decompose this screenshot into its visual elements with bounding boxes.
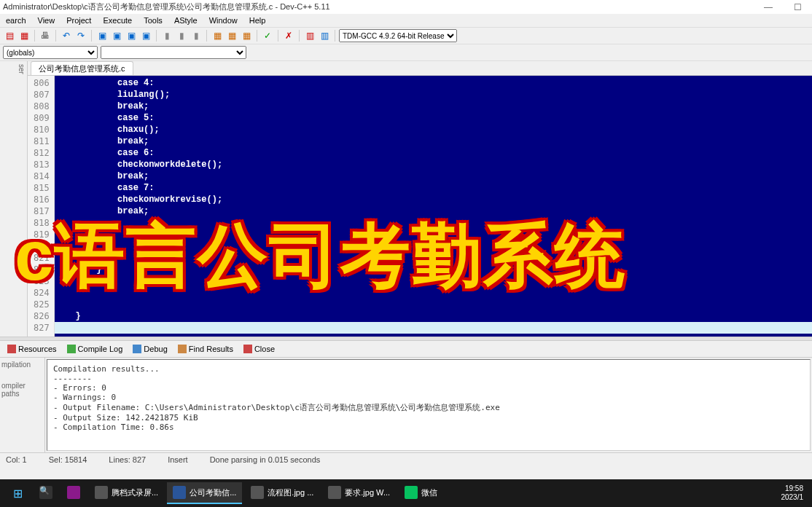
tab-label: 公司考勤信息管理系统.c: [39, 64, 125, 73]
close-icon: [243, 345, 252, 353]
overlay-title: c语言公司考勤系统: [15, 210, 805, 304]
task-item-requirements[interactable]: 要求.jpg W...: [322, 482, 396, 504]
tray-time: 19:58: [781, 484, 803, 493]
maximize-button[interactable]: ☐: [783, 0, 812, 15]
task-item-wechat[interactable]: 微信: [399, 482, 443, 504]
wechat-icon: [405, 486, 418, 499]
menu-help[interactable]: Help: [246, 15, 269, 25]
search-icon: 🔍: [39, 486, 52, 499]
tray-date: 2023/1: [781, 493, 803, 502]
task-item-devcpp[interactable]: 公司考勤信...: [167, 482, 242, 504]
status-sel: Sel: 15814: [49, 455, 87, 464]
check-icon[interactable]: ✓: [261, 29, 274, 42]
window-controls: — ☐: [754, 0, 812, 15]
window3-icon[interactable]: ▦: [240, 29, 253, 42]
separator: [299, 30, 300, 42]
separator: [55, 30, 56, 42]
compiler-paths-label: ompiler paths: [1, 382, 43, 398]
debug-icon: [133, 345, 141, 353]
menu-window[interactable]: Window: [206, 15, 241, 25]
redo-icon[interactable]: ↷: [74, 29, 87, 42]
find-icon: [178, 345, 187, 353]
menu-astyle[interactable]: AStyle: [171, 15, 200, 25]
minimize-button[interactable]: —: [754, 0, 783, 15]
separator: [257, 30, 257, 42]
compiler-select[interactable]: TDM-GCC 4.9.2 64-bit Release: [339, 29, 457, 42]
menu-view[interactable]: View: [35, 15, 58, 25]
undo-icon[interactable]: ↶: [60, 29, 73, 42]
separator: [335, 30, 335, 42]
window2-icon[interactable]: ▦: [225, 29, 238, 42]
resources-icon: [7, 345, 16, 353]
status-insert: Insert: [168, 455, 188, 464]
system-tray[interactable]: 19:58 2023/1: [781, 484, 808, 502]
menu-search[interactable]: earch: [3, 15, 29, 25]
scope-select[interactable]: (globals): [3, 46, 98, 59]
member-select[interactable]: [101, 46, 246, 59]
save-icon[interactable]: ▤: [3, 29, 16, 42]
separator: [206, 30, 207, 42]
chart-icon[interactable]: ▥: [303, 29, 316, 42]
separator: [91, 30, 92, 42]
status-parsing: Done parsing in 0.015 seconds: [210, 455, 321, 464]
compile-log-icon: [67, 345, 76, 353]
title-bar: Administrator\Desktop\c语言公司考勤信息管理系统\公司考勤…: [0, 0, 812, 14]
task-item-recorder[interactable]: 腾档式录屏...: [89, 482, 164, 504]
tab-resources[interactable]: Resources: [3, 343, 61, 355]
start-button[interactable]: ⊞: [4, 482, 31, 504]
step-icon[interactable]: ▮: [190, 29, 203, 42]
compile-icon[interactable]: ▣: [95, 29, 109, 42]
delete-icon[interactable]: ✗: [282, 29, 295, 42]
bottom-panel: mpilation ompiler paths Compilation resu…: [0, 358, 812, 452]
compile-log-output[interactable]: Compilation results... -------- - Errors…: [47, 359, 811, 451]
devcpp-icon: [173, 486, 186, 499]
recorder-icon: [95, 486, 108, 499]
task-search[interactable]: 🔍: [34, 482, 58, 504]
app-icon: [67, 486, 80, 499]
toolbar: ▤ ▦ 🖶 ↶ ↷ ▣ ▣ ▣ ▣ ▮ ▮ ▮ ▦ ▦ ▦ ✓ ✗ ▥ ▥ TD…: [0, 28, 812, 44]
bottom-tabs: Resources Compile Log Debug Find Results…: [0, 341, 812, 358]
left-panel-label: ser: [17, 64, 26, 74]
tab-find-results[interactable]: Find Results: [173, 343, 238, 355]
stop-icon[interactable]: ▮: [175, 29, 188, 42]
image-icon: [328, 486, 341, 499]
status-lines: Lines: 827: [109, 455, 146, 464]
compilation-label: mpilation: [1, 361, 43, 369]
scope-row: (globals): [0, 44, 812, 61]
tab-compile-log[interactable]: Compile Log: [63, 343, 128, 355]
window-icon[interactable]: ▦: [211, 29, 224, 42]
separator: [156, 30, 157, 42]
tab-close[interactable]: Close: [239, 343, 279, 355]
menu-execute[interactable]: Execute: [100, 15, 135, 25]
menu-bar: earch View Project Execute Tools AStyle …: [0, 14, 812, 28]
save-all-icon[interactable]: ▦: [17, 29, 31, 42]
taskbar: ⊞ 🔍 腾档式录屏... 公司考勤信... 流程图.jpg ... 要求.jpg…: [0, 479, 812, 507]
separator: [278, 30, 278, 42]
compile-run-icon[interactable]: ▣: [125, 29, 138, 42]
tab-bar: 公司考勤信息管理系统.c: [28, 61, 812, 76]
task-item-flowchart[interactable]: 流程图.jpg ...: [245, 482, 319, 504]
run-icon[interactable]: ▣: [110, 29, 123, 42]
status-col: Col: 1: [6, 455, 27, 464]
image-icon: [251, 486, 264, 499]
chart2-icon[interactable]: ▥: [318, 29, 331, 42]
status-bar: Col: 1 Sel: 15814 Lines: 827 Insert Done…: [0, 452, 812, 466]
menu-project[interactable]: Project: [63, 15, 94, 25]
rebuild-icon[interactable]: ▣: [139, 29, 152, 42]
print-icon[interactable]: 🖶: [39, 29, 52, 42]
separator: [34, 30, 35, 42]
window-title: Administrator\Desktop\c语言公司考勤信息管理系统\公司考勤…: [3, 1, 330, 12]
debug-icon[interactable]: ▮: [160, 29, 173, 42]
tab-debug[interactable]: Debug: [128, 343, 171, 355]
bottom-left-panel: mpilation ompiler paths: [0, 358, 45, 452]
task-item-1[interactable]: [61, 482, 86, 504]
tab-file[interactable]: 公司考勤信息管理系统.c: [31, 61, 133, 75]
menu-tools[interactable]: Tools: [141, 15, 165, 25]
